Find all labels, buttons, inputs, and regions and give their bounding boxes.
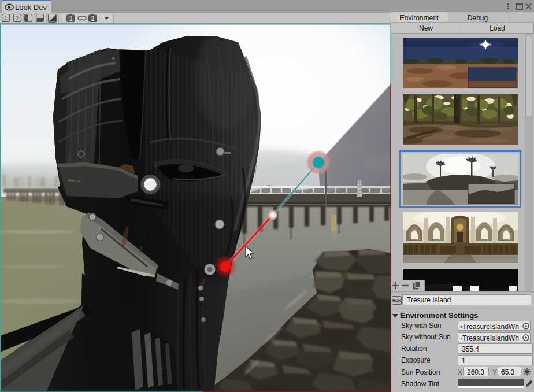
svg-text:1: 1: [69, 16, 73, 22]
svg-text:2: 2: [91, 16, 95, 22]
svg-text:2: 2: [16, 15, 19, 21]
svg-text:1: 1: [4, 15, 8, 21]
